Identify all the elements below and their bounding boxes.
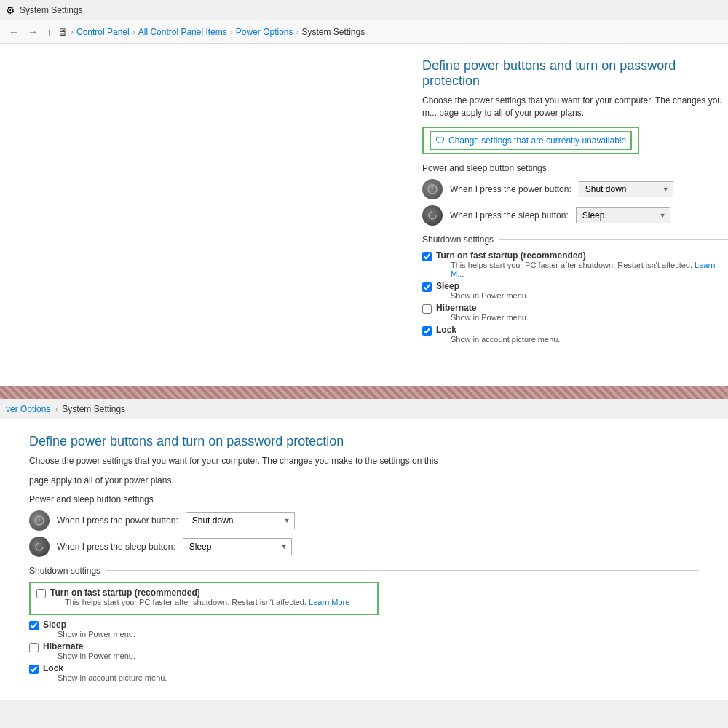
breadcrumb: 🖥 › Control Panel › All Control Panel It…: [58, 26, 365, 38]
back-button[interactable]: ←: [6, 25, 22, 39]
bottom-power-icon: [29, 510, 50, 531]
top-sleep-checkbox[interactable]: [422, 282, 432, 292]
bottom-page-title: Define power buttons and turn on passwor…: [29, 434, 699, 449]
bottom-shutdown-header: Shutdown settings: [29, 566, 100, 576]
bottom-breadcrumb-current: System Settings: [62, 404, 125, 414]
bottom-lock-sub: Show in account picture menu.: [58, 673, 167, 682]
bottom-power-sleep-header: Power and sleep button settings: [29, 494, 154, 505]
bottom-hibernate-sub: Show in Power menu.: [58, 652, 135, 660]
bottom-lock-checkbox[interactable]: [29, 665, 39, 674]
top-lock-sub: Show in account picture menu.: [451, 335, 560, 344]
bottom-lock-label: Lock: [43, 663, 63, 673]
top-lock-item: Lock Show in account picture menu.: [422, 325, 728, 344]
breadcrumb-current: System Settings: [301, 27, 365, 37]
change-settings-link[interactable]: 🛡 Change settings that are currently una…: [430, 131, 632, 150]
breadcrumb-power-options[interactable]: Power Options: [236, 27, 293, 37]
title-bar: ⚙ System Settings: [0, 0, 728, 20]
top-power-dropdown[interactable]: Shut down Sleep Hibernate Do nothing: [579, 181, 673, 197]
bottom-sleep-item: Sleep Show in Power menu.: [29, 620, 699, 638]
top-shutdown-section: Shutdown settings Turn on fast startup (…: [422, 234, 728, 344]
bottom-power-dropdown-wrapper[interactable]: Shut down Sleep Hibernate Do nothing: [186, 512, 295, 529]
bottom-power-button-label: When I press the power button:: [57, 515, 178, 526]
address-bar: ← → ↑ 🖥 › Control Panel › All Control Pa…: [0, 20, 728, 44]
change-settings-box: 🛡 Change settings that are currently una…: [422, 127, 639, 154]
bottom-sleep-label: Sleep: [43, 620, 66, 630]
bottom-sleep-checkbox[interactable]: [29, 621, 39, 630]
top-sleep-label: Sleep: [436, 281, 459, 291]
bottom-subtitle-1: Choose the power settings that you want …: [29, 455, 699, 467]
breadcrumb-control-panel[interactable]: Control Panel: [76, 27, 130, 37]
top-power-dropdown-wrapper[interactable]: Shut down Sleep Hibernate Do nothing: [579, 181, 673, 197]
bottom-power-button-row: When I press the power button: Shut down…: [29, 510, 699, 531]
top-hibernate-sub: Show in Power menu.: [451, 313, 529, 322]
top-page-subtitle: Choose the power settings that you want …: [422, 95, 728, 119]
sleep-button-row: When I press the sleep button: Sleep Hib…: [422, 205, 728, 226]
bottom-power-dropdown[interactable]: Shut down Sleep Hibernate Do nothing: [186, 512, 295, 529]
fast-startup-highlight-box: Turn on fast startup (recommended) This …: [29, 582, 379, 615]
top-hibernate-label: Hibernate: [436, 303, 476, 313]
bottom-shutdown-section: Shutdown settings Turn on fast startup (…: [29, 566, 699, 682]
top-sleep-button-label: When I press the sleep button:: [450, 210, 569, 221]
bottom-hibernate-checkbox[interactable]: [29, 643, 39, 652]
top-power-sleep-header: Power and sleep button settings: [422, 163, 728, 173]
top-sleep-item: Sleep Show in Power menu.: [422, 281, 728, 300]
bottom-lock-item: Lock Show in account picture menu.: [29, 663, 699, 682]
top-sleep-sub: Show in Power menu.: [451, 291, 529, 300]
top-page-title: Define power buttons and turn on passwor…: [422, 58, 728, 89]
bottom-sleep-sub: Show in Power menu.: [58, 630, 135, 638]
bottom-sleep-icon: [29, 537, 50, 557]
forward-button[interactable]: →: [25, 25, 41, 39]
bottom-subtitle-2: page apply to all of your power plans.: [29, 475, 699, 487]
top-lock-label: Lock: [436, 325, 456, 335]
top-pane: Define power buttons and turn on passwor…: [0, 44, 728, 386]
bottom-sleep-button-row: When I press the sleep button: Sleep Hib…: [29, 537, 699, 557]
bottom-sleep-button-label: When I press the sleep button:: [57, 542, 175, 552]
title-bar-text: System Settings: [20, 5, 83, 15]
bottom-fast-startup-item: Turn on fast startup (recommended) This …: [36, 587, 371, 606]
sleep-icon: [422, 205, 443, 226]
bottom-breadcrumb: ver Options › System Settings: [0, 399, 728, 419]
bottom-fast-startup-label: Turn on fast startup (recommended): [50, 587, 200, 598]
bottom-fast-startup-sub: This helps start your PC faster after sh…: [65, 598, 349, 606]
top-shutdown-header: Shutdown settings: [422, 234, 494, 245]
change-settings-text: Change settings that are currently unava…: [448, 135, 626, 146]
bottom-learn-more-link[interactable]: Learn More: [309, 598, 349, 606]
top-fast-startup-label: Turn on fast startup (recommended): [436, 250, 586, 261]
bottom-shutdown-header-line: Shutdown settings: [29, 566, 699, 576]
top-fast-startup-sub: This helps start your PC faster after sh…: [451, 261, 728, 278]
bottom-main: Define power buttons and turn on passwor…: [0, 419, 728, 700]
top-fast-startup-item: Turn on fast startup (recommended) This …: [422, 250, 728, 278]
bottom-sleep-dropdown-wrapper[interactable]: Sleep Hibernate Shut down Do nothing: [183, 538, 292, 555]
bottom-breadcrumb-power[interactable]: ver Options: [6, 404, 50, 414]
breadcrumb-all-items[interactable]: All Control Panel Items: [138, 27, 227, 37]
top-sleep-dropdown[interactable]: Sleep Hibernate Shut down Do nothing: [576, 207, 670, 223]
bottom-hibernate-item: Hibernate Show in Power menu.: [29, 641, 699, 660]
top-hibernate-item: Hibernate Show in Power menu.: [422, 303, 728, 322]
top-content-area: Define power buttons and turn on passwor…: [422, 58, 728, 347]
bottom-hibernate-label: Hibernate: [43, 641, 83, 652]
breadcrumb-icon: 🖥: [58, 26, 68, 38]
bottom-sleep-dropdown[interactable]: Sleep Hibernate Shut down Do nothing: [183, 538, 292, 555]
power-icon: [422, 179, 443, 199]
shield-icon: 🛡: [435, 135, 446, 146]
title-bar-icon: ⚙: [6, 4, 15, 16]
bottom-power-sleep-line: Power and sleep button settings: [29, 494, 699, 505]
top-fast-startup-checkbox[interactable]: [422, 252, 432, 261]
power-button-row: When I press the power button: Shut down…: [422, 179, 728, 199]
top-hibernate-checkbox[interactable]: [422, 304, 432, 314]
top-lock-checkbox[interactable]: [422, 326, 432, 336]
up-button[interactable]: ↑: [44, 25, 55, 39]
top-shutdown-header-line: Shutdown settings: [422, 234, 728, 245]
pane-divider: [0, 386, 728, 399]
top-power-button-label: When I press the power button:: [450, 184, 571, 194]
bottom-fast-startup-checkbox[interactable]: [36, 589, 46, 598]
top-sleep-dropdown-wrapper[interactable]: Sleep Hibernate Shut down Do nothing: [576, 207, 670, 223]
